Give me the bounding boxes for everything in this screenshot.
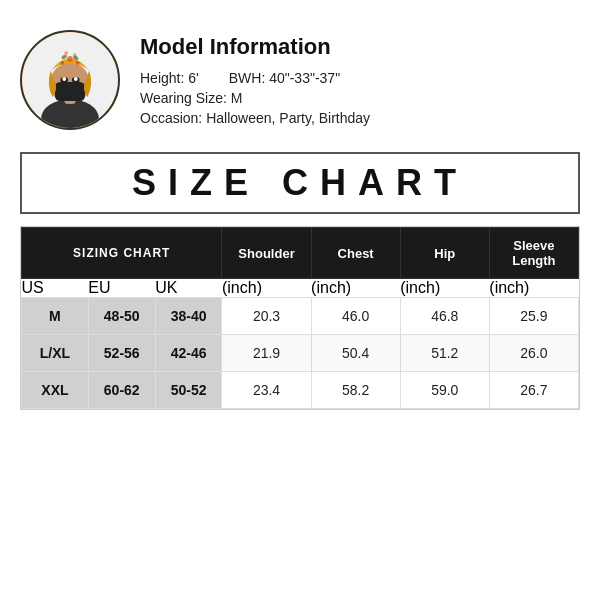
shoulder-cell: 23.4: [222, 372, 311, 409]
table-row: XXL 60-62 50-52 23.4 58.2 59.0 26.7: [22, 372, 579, 409]
size-chart-title-section: SIZE CHART: [20, 152, 580, 214]
size-table: SIZING CHART Shoulder Chest Hip Sleeve L…: [21, 227, 579, 409]
shoulder-header: Shoulder: [222, 228, 311, 279]
model-height-bwh-row: Height: 6' BWH: 40"-33"-37": [140, 70, 370, 86]
model-height: Height: 6': [140, 70, 199, 86]
chest-cell: 58.2: [311, 372, 400, 409]
hip-cell: 46.8: [400, 298, 489, 335]
svg-point-9: [67, 56, 73, 62]
hip-unit: (inch): [400, 279, 489, 298]
shoulder-cell: 21.9: [222, 335, 311, 372]
chest-cell: 46.0: [311, 298, 400, 335]
table-header-row: SIZING CHART Shoulder Chest Hip Sleeve L…: [22, 228, 579, 279]
eu-label: EU: [88, 279, 155, 298]
model-avatar: [20, 30, 120, 130]
uk-label: UK: [155, 279, 222, 298]
model-info-title: Model Information: [140, 34, 370, 60]
uk-size-cell: 50-52: [155, 372, 222, 409]
sleeve-unit: (inch): [489, 279, 578, 298]
model-info: Model Information Height: 6' BWH: 40"-33…: [140, 34, 370, 126]
uk-size-cell: 38-40: [155, 298, 222, 335]
table-body: M 48-50 38-40 20.3 46.0 46.8 25.9 L/XL 5…: [22, 298, 579, 409]
shoulder-unit: (inch): [222, 279, 311, 298]
svg-point-12: [64, 51, 68, 55]
us-size-cell: L/XL: [22, 335, 89, 372]
chest-unit: (inch): [311, 279, 400, 298]
model-wearing-size: Wearing Size: M: [140, 90, 370, 106]
model-section: Model Information Height: 6' BWH: 40"-33…: [20, 20, 580, 140]
model-occasion: Occasion: Halloween, Party, Birthday: [140, 110, 370, 126]
uk-size-cell: 42-46: [155, 335, 222, 372]
sleeve-cell: 26.0: [489, 335, 578, 372]
us-size-cell: XXL: [22, 372, 89, 409]
shoulder-cell: 20.3: [222, 298, 311, 335]
eu-size-cell: 48-50: [88, 298, 155, 335]
us-size-cell: M: [22, 298, 89, 335]
eu-size-cell: 52-56: [88, 335, 155, 372]
sleeve-cell: 26.7: [489, 372, 578, 409]
chest-header: Chest: [311, 228, 400, 279]
svg-point-8: [74, 77, 78, 81]
svg-rect-4: [55, 82, 86, 101]
unit-row: US EU UK (inch) (inch) (inch) (inch): [22, 279, 579, 298]
us-label: US: [22, 279, 89, 298]
table-row: L/XL 52-56 42-46 21.9 50.4 51.2 26.0: [22, 335, 579, 372]
table-row: M 48-50 38-40 20.3 46.0 46.8 25.9: [22, 298, 579, 335]
svg-point-10: [60, 61, 64, 65]
hip-cell: 59.0: [400, 372, 489, 409]
size-table-wrapper: SIZING CHART Shoulder Chest Hip Sleeve L…: [20, 226, 580, 410]
hip-cell: 51.2: [400, 335, 489, 372]
model-bwh: BWH: 40"-33"-37": [229, 70, 340, 86]
page-container: Model Information Height: 6' BWH: 40"-33…: [0, 0, 600, 600]
chest-cell: 50.4: [311, 335, 400, 372]
size-chart-title: SIZE CHART: [132, 162, 468, 204]
eu-size-cell: 60-62: [88, 372, 155, 409]
sleeve-cell: 25.9: [489, 298, 578, 335]
svg-point-7: [62, 77, 66, 81]
svg-point-11: [76, 61, 80, 65]
sleeve-header: Sleeve Length: [489, 228, 578, 279]
sizing-chart-header: SIZING CHART: [22, 228, 222, 279]
hip-header: Hip: [400, 228, 489, 279]
